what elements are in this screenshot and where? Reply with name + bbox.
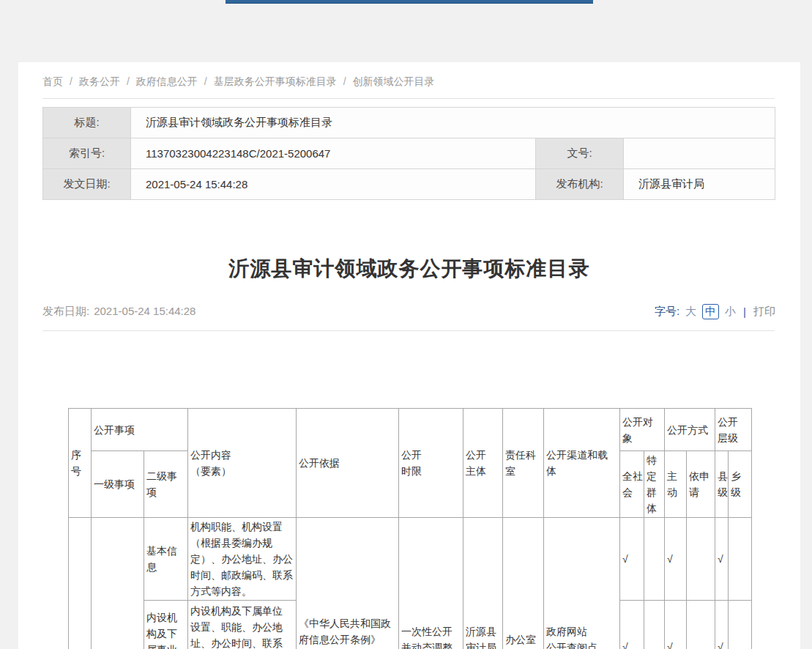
breadcrumb-separator: /: [70, 75, 72, 87]
col-header-keshi: 责任科 室: [503, 409, 544, 518]
col-header-duixiang: 公开对 象: [620, 409, 665, 451]
font-size-widget: 字号: 大 中 小 | 打印: [655, 304, 775, 319]
cell-erji-2: 内设机 构及下 属事业 单位: [144, 601, 188, 649]
content-panel: 首页/政务公开/政府信息公开/基层政务公开事项标准目录/创新领域公开目录 标题:…: [18, 62, 800, 649]
table-row: 基本信 息 机构职能、机构设置（根据县委编办规定）、办公地址、办公时间、邮政编码…: [69, 518, 752, 601]
col-header-zhuti: 公开 主体: [463, 409, 503, 518]
meta-separator: |: [743, 305, 746, 318]
breadcrumb-separator: /: [343, 75, 346, 87]
doc-number-label: 文号:: [536, 138, 624, 169]
doc-index-label: 索引号:: [43, 138, 131, 169]
col-header-erji: 二级事 项: [144, 451, 188, 518]
breadcrumb-divider: [42, 98, 775, 99]
breadcrumb-separator: /: [127, 75, 130, 87]
breadcrumb-link-zwgk[interactable]: 政务公开: [79, 75, 120, 87]
col-header-yishenqing: 依申 请: [687, 451, 715, 518]
col-header-yiji: 一级事项: [92, 451, 144, 518]
doc-info-row-date: 发文日期: 2021-05-24 15:44:28 发布机构: 沂源县审计局: [43, 169, 775, 200]
publish-date-label: 发布日期:: [42, 305, 89, 317]
check-quanshehui-1: √: [620, 518, 644, 601]
cell-neirong-1: 机构职能、机构设置（根据县委编办规定）、办公地址、办公时间、邮政编码、联系方式等…: [188, 518, 297, 601]
cell-xiangji-2: [729, 601, 752, 649]
col-header-zhudong: 主 动: [665, 451, 687, 518]
cell-yishenqing-1: [687, 518, 715, 601]
catalog-table: 序 号 公开事项 公开内容 （要素） 公开依据 公开 时限 公开 主体 责任科 …: [68, 408, 752, 649]
check-xianji-2: √: [715, 601, 729, 649]
publish-date: 发布日期:2021-05-24 15:44:28: [42, 305, 195, 319]
cell-xuhao: [69, 518, 92, 649]
col-header-yiju: 公开依据: [297, 409, 399, 518]
check-zhudong-1: √: [665, 518, 687, 601]
cell-yiju: 《中华人民共和国政府信息公开条例》（国务院令第711号）: [297, 518, 399, 649]
col-header-xuhao: 序 号: [69, 409, 92, 518]
font-size-label: 字号:: [655, 305, 679, 319]
doc-title-value: 沂源县审计领域政务公开事项标准目录: [131, 108, 775, 138]
cell-qudao: 政府网站 公开查阅点: [544, 518, 620, 649]
col-header-shixian: 公开 时限: [399, 409, 463, 518]
cell-xiangji-1: [729, 518, 752, 601]
doc-agency-label: 发布机构:: [536, 169, 624, 200]
breadcrumb-link-xxgk[interactable]: 政府信息公开: [136, 75, 198, 87]
doc-info-table: 标题: 沂源县审计领域政务公开事项标准目录 索引号: 1137032300422…: [42, 107, 775, 200]
doc-index-value: 11370323004223148C/2021-5200647: [131, 138, 536, 169]
cell-yishenqing-2: [687, 601, 715, 649]
top-nav-bar-edge: [226, 0, 593, 4]
col-header-xianji: 县 级: [715, 451, 729, 518]
cell-teding-2: [644, 601, 665, 649]
check-xianji-1: √: [715, 518, 729, 601]
cell-teding-1: [644, 518, 665, 601]
doc-date-label: 发文日期:: [43, 169, 131, 200]
print-button[interactable]: 打印: [753, 305, 775, 319]
col-header-teding: 特 定 群 体: [644, 451, 665, 518]
col-header-xiangji: 乡 级: [729, 451, 752, 518]
cell-erji-1: 基本信 息: [144, 518, 188, 601]
breadcrumb-link-home[interactable]: 首页: [42, 75, 63, 87]
meta-divider: [42, 330, 775, 331]
page-title: 沂源县审计领域政务公开事项标准目录: [18, 255, 800, 283]
col-header-qudao: 公开渠道和载 体: [544, 409, 620, 518]
check-zhudong-2: √: [665, 601, 687, 649]
breadcrumb-link-current[interactable]: 创新领域公开目录: [353, 75, 435, 87]
doc-title-label: 标题:: [43, 108, 131, 138]
font-size-small-button[interactable]: 小: [725, 305, 736, 319]
cell-neirong-2: 内设机构及下属单位 设置、职能、办公地 址、办公时间、联系 方式、负责人姓名等: [188, 601, 297, 649]
doc-agency-value: 沂源县审计局: [624, 169, 775, 200]
col-header-fangshi: 公开方式: [665, 409, 715, 451]
doc-number-value: [624, 138, 775, 169]
check-quanshehui-2: √: [620, 601, 644, 649]
article-meta-row: 发布日期:2021-05-24 15:44:28 字号: 大 中 小 | 打印: [42, 304, 775, 319]
publish-date-value: 2021-05-24 15:44:28: [94, 305, 195, 317]
breadcrumb: 首页/政务公开/政府信息公开/基层政务公开事项标准目录/创新领域公开目录: [18, 62, 800, 89]
col-header-gongkai-shixiang: 公开事项: [92, 409, 188, 451]
breadcrumb-link-bzml[interactable]: 基层政务公开事项标准目录: [214, 75, 337, 87]
font-size-large-button[interactable]: 大: [685, 305, 696, 319]
cell-yiji-shixiang: [92, 518, 144, 649]
col-header-quanshehui: 全社 会: [620, 451, 644, 518]
doc-info-row-index: 索引号: 11370323004223148C/2021-5200647 文号:: [43, 138, 775, 169]
cell-keshi: 办公室: [503, 518, 544, 649]
catalog-header-row-1: 序 号 公开事项 公开内容 （要素） 公开依据 公开 时限 公开 主体 责任科 …: [69, 409, 752, 451]
breadcrumb-separator: /: [204, 75, 207, 87]
font-size-medium-button[interactable]: 中: [702, 304, 719, 319]
doc-date-value: 2021-05-24 15:44:28: [131, 169, 536, 200]
col-header-cengji: 公开 层级: [715, 409, 752, 451]
col-header-neirong: 公开内容 （要素）: [188, 409, 297, 518]
cell-shixian: 一次性公开 并动态调整: [399, 518, 463, 649]
doc-info-row-title: 标题: 沂源县审计领域政务公开事项标准目录: [43, 108, 775, 138]
cell-zhuti: 沂源县 审计局: [463, 518, 503, 649]
